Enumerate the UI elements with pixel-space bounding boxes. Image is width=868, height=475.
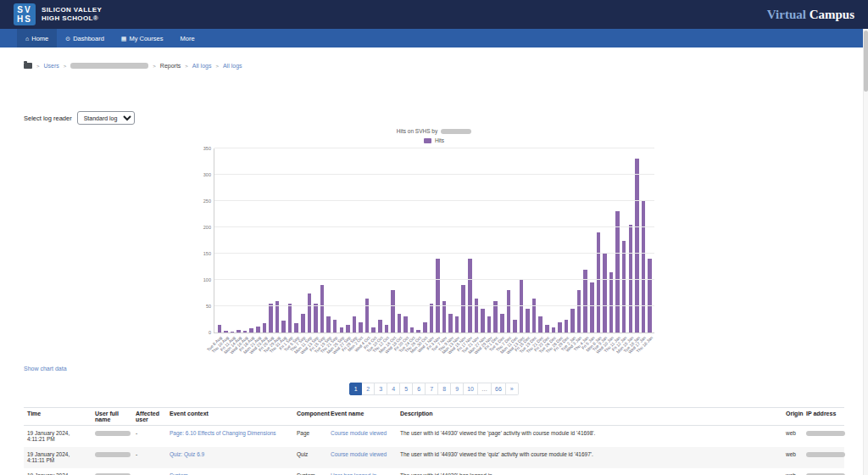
chart-plot-area: Tue 8 AugThu 10 AugFri 11 AugMon 14 AugW… — [214, 148, 654, 333]
breadcrumb-link-users[interactable]: Users — [44, 63, 59, 69]
nav-item-label: Home — [31, 35, 48, 42]
top-header: SV HS SILICON VALLEY HIGH SCHOOL® Virtua… — [0, 0, 868, 29]
hits-bar — [410, 327, 415, 332]
svhs-logo-icon: SV HS — [14, 3, 36, 25]
hits-bar — [308, 293, 312, 333]
gridline — [214, 305, 654, 306]
event-context-link[interactable]: Quiz: Quiz 6.9 — [170, 451, 204, 457]
description-cell: The user with id '44930' viewed the 'pag… — [397, 426, 782, 448]
nav-item-more[interactable]: More — [171, 29, 203, 48]
hits-bar — [288, 304, 292, 332]
hits-bar — [642, 201, 646, 332]
main-nav: ⌂Home⊙Dashboard▦My CoursesMore — [0, 29, 868, 48]
hits-bar — [249, 328, 253, 332]
hits-bar — [430, 304, 434, 332]
page-3-button[interactable]: 3 — [375, 383, 387, 395]
hits-bar — [231, 332, 235, 332]
y-axis-tick-label: 0 — [209, 330, 211, 335]
page-10-button[interactable]: 10 — [464, 383, 478, 395]
breadcrumb-separator: > — [215, 64, 219, 69]
event-context-cell: Page: 6.10 Effects of Changing Dimension… — [166, 426, 293, 448]
y-axis-tick-label: 100 — [203, 277, 211, 282]
column-header-time: Time — [24, 408, 92, 426]
breadcrumb-separator: > — [185, 64, 188, 69]
school-logo[interactable]: SV HS SILICON VALLEY HIGH SCHOOL® — [14, 3, 102, 25]
page-9-button[interactable]: 9 — [451, 383, 464, 395]
event-context-link[interactable]: Page: 6.10 Effects of Changing Dimension… — [170, 430, 276, 436]
breadcrumb: >Users>>Reports>All logs>All logs — [0, 48, 868, 69]
nav-item-my-courses[interactable]: ▦My Courses — [113, 29, 172, 48]
user-full-name-cell — [92, 468, 132, 475]
hits-bar — [609, 272, 614, 332]
hits-bar — [468, 259, 472, 332]
event-name-cell: Course module viewed — [327, 447, 397, 468]
ip-address-redacted — [806, 452, 845, 457]
column-header-description: Description — [397, 408, 782, 426]
hits-bar — [398, 314, 402, 332]
school-name: SILICON VALLEY HIGH SCHOOL® — [42, 6, 102, 23]
event-name-link[interactable]: Course module viewed — [331, 451, 387, 457]
page-66-button[interactable]: 66 — [492, 383, 506, 395]
logo-letters-top: SV — [17, 5, 31, 14]
hits-bar — [224, 331, 228, 332]
y-axis-tick-label: 150 — [203, 251, 211, 256]
hits-bar — [281, 321, 286, 332]
hits-bar — [326, 316, 331, 332]
hits-bar — [597, 232, 601, 332]
hits-bar — [635, 159, 639, 332]
page-next-button[interactable]: » — [506, 383, 519, 395]
y-axis-tick-label: 300 — [203, 172, 211, 177]
column-header-ip-address: IP address — [803, 408, 844, 426]
column-header-user-full-name: User full name — [92, 408, 132, 426]
breadcrumb-text-reports: Reports — [160, 63, 181, 69]
log-table-header-row: TimeUser full nameAffected userEvent con… — [24, 408, 844, 426]
origin-cell: web — [782, 468, 803, 475]
page-ellipsis: … — [478, 383, 492, 395]
hits-bar — [513, 320, 517, 333]
user-full-name-cell — [92, 447, 132, 468]
scrollbar[interactable] — [863, 29, 868, 475]
log-reader-select[interactable]: Standard log — [77, 111, 135, 125]
hits-bar — [359, 322, 363, 332]
chart-legend[interactable]: Hits — [214, 137, 654, 143]
breadcrumb-redacted-item — [70, 63, 148, 69]
hits-bar — [558, 322, 562, 332]
page-2-button[interactable]: 2 — [362, 383, 375, 395]
breadcrumb-link-all-logs[interactable]: All logs — [223, 63, 242, 69]
hits-bar — [436, 259, 440, 332]
hits-bar — [532, 299, 537, 332]
page-1-button[interactable]: 1 — [349, 383, 362, 395]
hits-bar — [507, 290, 511, 332]
hits-bar — [500, 314, 504, 332]
page-7-button[interactable]: 7 — [426, 383, 438, 395]
hits-bar — [385, 325, 389, 332]
hits-bar — [243, 331, 248, 332]
hits-bar — [301, 314, 305, 332]
nav-item-label: My Courses — [129, 35, 163, 42]
my-courses-icon: ▦ — [121, 36, 127, 42]
column-header-component: Component — [293, 408, 327, 426]
show-chart-data-link[interactable]: Show chart data — [24, 366, 67, 372]
nav-item-dashboard[interactable]: ⊙Dashboard — [57, 29, 113, 48]
breadcrumb-link-all-logs[interactable]: All logs — [192, 63, 212, 69]
hits-bar — [565, 320, 569, 333]
hits-bar — [365, 299, 370, 332]
page-6-button[interactable]: 6 — [413, 383, 426, 395]
hits-bar — [371, 327, 376, 332]
time-cell: 19 January 2024, 4:11:10 PM — [24, 468, 92, 475]
log-reader-label: Select log reader — [24, 115, 72, 122]
nav-item-home[interactable]: ⌂Home — [17, 29, 57, 48]
event-name-link[interactable]: Course module viewed — [331, 430, 387, 436]
page-4-button[interactable]: 4 — [387, 383, 400, 395]
hits-chart: Hits on SVHS by Hits Tue 8 AugThu 10 Aug… — [214, 128, 654, 333]
y-axis-tick-label: 200 — [203, 225, 211, 230]
nav-item-label: More — [180, 35, 194, 42]
column-header-origin: Origin — [782, 408, 803, 426]
hits-bar — [353, 316, 357, 332]
page-8-button[interactable]: 8 — [438, 383, 451, 395]
hits-bar — [416, 330, 420, 332]
scrollbar-thumb[interactable] — [864, 31, 868, 92]
log-table-row: 19 January 2024, 4:11:11 PM-Quiz: Quiz 6… — [24, 447, 844, 468]
page-5-button[interactable]: 5 — [400, 383, 413, 395]
gridline — [214, 253, 654, 254]
